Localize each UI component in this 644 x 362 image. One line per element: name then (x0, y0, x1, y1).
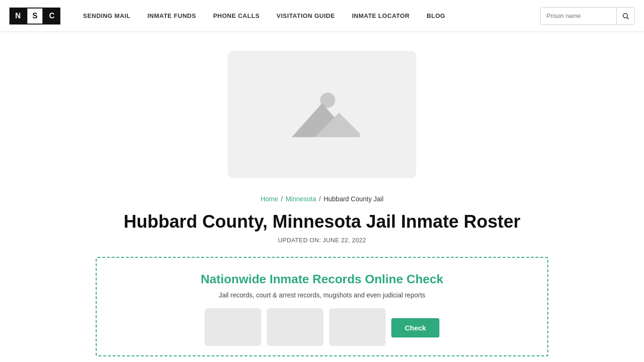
svg-point-0 (623, 13, 627, 17)
updated-date: UPDATED ON: JUNE 22, 2022 (9, 237, 635, 244)
check-button[interactable]: Check (391, 318, 439, 337)
header: N S C SENDING MAIL INMATE FUNDS PHONE CA… (0, 0, 644, 32)
breadcrumb-sep1: / (281, 195, 283, 203)
page-title: Hubbard County, Minnesota Jail Inmate Ro… (9, 211, 635, 233)
placeholder-icon (284, 84, 360, 145)
records-title: Nationwide Inmate Records Online Check (116, 272, 528, 287)
records-subtitle: Jail records, court & arrest records, mu… (116, 291, 528, 299)
nav-visitation-guide[interactable]: VISITATION GUIDE (268, 12, 344, 19)
page-title-section: Hubbard County, Minnesota Jail Inmate Ro… (0, 206, 644, 247)
breadcrumb-home[interactable]: Home (261, 195, 278, 203)
nav-inmate-funds[interactable]: INMATE FUNDS (139, 12, 205, 19)
main-content: Home / Minnesota / Hubbard County Jail H… (0, 32, 644, 356)
breadcrumb: Home / Minnesota / Hubbard County Jail (0, 188, 644, 206)
nav-blog[interactable]: BLOG (418, 12, 454, 19)
thumbnail-2 (267, 308, 323, 346)
search-button[interactable] (616, 8, 634, 25)
nav-inmate-locator[interactable]: INMATE LOCATOR (343, 12, 418, 19)
logo-s: S (26, 8, 43, 25)
search-box (540, 7, 635, 25)
thumbnails-row: Check (116, 308, 528, 346)
breadcrumb-minnesota[interactable]: Minnesota (286, 195, 316, 203)
nav-phone-calls[interactable]: PHONE CALLS (205, 12, 268, 19)
svg-line-1 (627, 17, 629, 19)
thumbnail-3 (329, 308, 386, 346)
records-section: Nationwide Inmate Records Online Check J… (96, 257, 548, 356)
facility-image-placeholder (228, 51, 416, 178)
logo: N S C (9, 8, 60, 25)
logo-c: C (43, 8, 60, 25)
breadcrumb-current: Hubbard County Jail (323, 195, 383, 203)
nav-sending-mail[interactable]: SENDING MAIL (74, 12, 139, 19)
main-nav: SENDING MAIL INMATE FUNDS PHONE CALLS VI… (74, 12, 540, 19)
check-btn-wrapper: Check (391, 308, 439, 346)
thumbnail-1 (205, 308, 261, 346)
breadcrumb-sep2: / (319, 195, 321, 203)
logo-n: N (9, 8, 26, 25)
search-input[interactable] (541, 8, 616, 25)
image-section (0, 32, 644, 188)
search-icon (622, 12, 629, 20)
